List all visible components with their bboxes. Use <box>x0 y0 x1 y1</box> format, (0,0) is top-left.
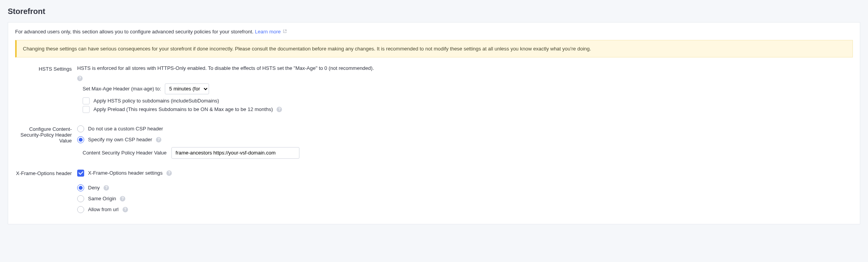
intro-text-body: For advanced users only, this section al… <box>15 29 255 35</box>
csp-section: Configure Content-Security-Policy Header… <box>15 125 853 159</box>
help-icon[interactable]: ? <box>277 107 282 112</box>
csp-option-none-label: Do not use a custom CSP header <box>88 126 163 132</box>
xframe-same-origin-label: Same Origin <box>88 196 116 201</box>
warning-alert: Changing these settings can have serious… <box>15 40 853 57</box>
apply-subdomains-label: Apply HSTS policy to subdomains (include… <box>93 98 219 104</box>
settings-panel: For advanced users only, this section al… <box>8 22 860 224</box>
max-age-select[interactable]: 5 minutes (for <box>165 83 209 94</box>
xframe-allow-from-url-label: Allow from url <box>88 206 119 212</box>
apply-preload-label: Apply Preload (This requires Subdomains … <box>93 106 273 112</box>
xframe-radio-allow-from-url[interactable] <box>77 206 84 213</box>
hsts-label: HSTS Settings <box>15 65 77 72</box>
csp-value-label: Content Security Policy Header Value <box>83 150 167 156</box>
csp-option-specify-label: Specify my own CSP header <box>88 137 152 142</box>
external-link-icon <box>283 29 287 33</box>
max-age-label: Set Max-Age Header (max-age) to: <box>83 86 161 92</box>
csp-radio-none[interactable] <box>77 125 84 132</box>
csp-radio-specify[interactable] <box>77 136 84 143</box>
intro-text: For advanced users only, this section al… <box>15 29 853 35</box>
help-icon[interactable]: ? <box>166 170 172 176</box>
help-icon[interactable]: ? <box>156 137 161 142</box>
csp-value-input[interactable] <box>171 147 299 159</box>
xframe-deny-label: Deny <box>88 185 100 191</box>
xframe-checkbox-label: X-Frame-Options header settings <box>88 170 163 176</box>
xframe-radio-deny[interactable] <box>77 184 84 191</box>
apply-preload-checkbox[interactable] <box>83 106 90 113</box>
warning-text: Changing these settings can have serious… <box>23 46 591 52</box>
xframe-section: X-Frame-Options header X-Frame-Options h… <box>15 170 853 213</box>
hsts-description: HSTS is enforced for all stores with HTT… <box>77 65 374 71</box>
csp-label: Configure Content-Security-Policy Header… <box>15 125 77 144</box>
help-icon[interactable]: ? <box>77 76 83 81</box>
xframe-label: X-Frame-Options header <box>15 170 77 176</box>
help-icon[interactable]: ? <box>104 185 109 191</box>
help-icon[interactable]: ? <box>123 207 128 212</box>
help-icon[interactable]: ? <box>120 196 125 201</box>
page-title: Storefront <box>8 7 860 16</box>
xframe-enable-checkbox[interactable] <box>77 170 84 177</box>
xframe-radio-same-origin[interactable] <box>77 195 84 202</box>
apply-subdomains-checkbox[interactable] <box>83 97 90 104</box>
learn-more-label: Learn more <box>255 29 280 35</box>
learn-more-link[interactable]: Learn more <box>255 29 287 35</box>
hsts-section: HSTS Settings HSTS is enforced for all s… <box>15 65 853 115</box>
